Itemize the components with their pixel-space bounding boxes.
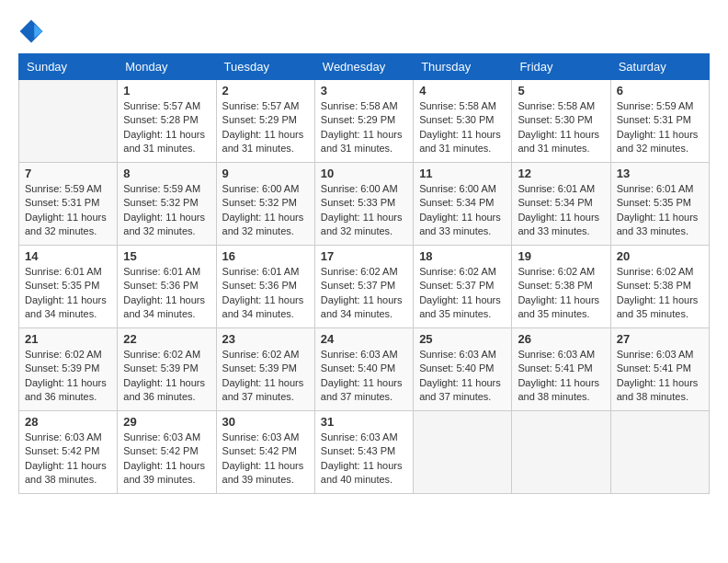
calendar-table: SundayMondayTuesdayWednesdayThursdayFrid… — [18, 53, 710, 494]
sunset-label: Sunset: 5:37 PM — [321, 280, 395, 291]
calendar-day-cell — [19, 80, 118, 163]
daylight-label: Daylight: 11 hours and 32 minutes. — [321, 212, 403, 236]
calendar-day-cell: 28 Sunrise: 6:03 AM Sunset: 5:42 PM Dayl… — [19, 411, 118, 494]
calendar-day-cell: 12 Sunrise: 6:01 AM Sunset: 5:34 PM Dayl… — [512, 163, 610, 246]
sunset-label: Sunset: 5:29 PM — [321, 114, 395, 125]
day-info: Sunrise: 6:02 AM Sunset: 5:39 PM Dayligh… — [222, 348, 309, 405]
sunrise-label: Sunrise: 6:02 AM — [617, 266, 694, 277]
day-info: Sunrise: 6:02 AM Sunset: 5:39 PM Dayligh… — [123, 348, 210, 405]
calendar-day-cell: 10 Sunrise: 6:00 AM Sunset: 5:33 PM Dayl… — [314, 163, 413, 246]
day-number: 10 — [321, 167, 407, 180]
day-number: 6 — [617, 84, 703, 98]
calendar-day-cell: 9 Sunrise: 6:00 AM Sunset: 5:32 PM Dayli… — [216, 163, 314, 246]
daylight-label: Daylight: 11 hours and 37 minutes. — [419, 377, 501, 402]
calendar-week-row: 28 Sunrise: 6:03 AM Sunset: 5:42 PM Dayl… — [19, 411, 710, 494]
sunset-label: Sunset: 5:32 PM — [222, 197, 297, 208]
calendar-day-cell — [610, 411, 709, 494]
sunrise-label: Sunrise: 6:02 AM — [321, 266, 398, 277]
sunset-label: Sunset: 5:41 PM — [518, 362, 592, 373]
sunrise-label: Sunrise: 6:03 AM — [123, 431, 200, 442]
sunset-label: Sunset: 5:42 PM — [25, 445, 99, 456]
day-number: 16 — [222, 249, 309, 263]
daylight-label: Daylight: 11 hours and 32 minutes. — [123, 212, 205, 236]
day-info: Sunrise: 5:58 AM Sunset: 5:30 PM Dayligh… — [518, 99, 604, 156]
sunrise-label: Sunrise: 6:00 AM — [222, 183, 300, 194]
daylight-label: Daylight: 11 hours and 31 minutes. — [123, 129, 205, 154]
daylight-label: Daylight: 11 hours and 31 minutes. — [222, 129, 304, 154]
sunset-label: Sunset: 5:30 PM — [419, 114, 494, 125]
day-info: Sunrise: 5:58 AM Sunset: 5:29 PM Dayligh… — [321, 99, 407, 156]
day-info: Sunrise: 6:00 AM Sunset: 5:33 PM Dayligh… — [321, 182, 407, 239]
calendar-day-cell: 22 Sunrise: 6:02 AM Sunset: 5:39 PM Dayl… — [118, 328, 216, 411]
day-number: 17 — [321, 249, 407, 263]
daylight-label: Daylight: 11 hours and 34 minutes. — [25, 294, 107, 319]
weekday-header: Wednesday — [314, 54, 413, 80]
calendar-day-cell: 1 Sunrise: 5:57 AM Sunset: 5:28 PM Dayli… — [118, 80, 216, 163]
daylight-label: Daylight: 11 hours and 40 minutes. — [321, 460, 403, 485]
sunrise-label: Sunrise: 6:01 AM — [518, 183, 595, 194]
day-number: 13 — [617, 167, 703, 180]
calendar-day-cell: 27 Sunrise: 6:03 AM Sunset: 5:41 PM Dayl… — [610, 328, 709, 411]
daylight-label: Daylight: 11 hours and 31 minutes. — [419, 129, 501, 154]
daylight-label: Daylight: 11 hours and 31 minutes. — [321, 129, 403, 154]
sunrise-label: Sunrise: 6:03 AM — [25, 431, 102, 442]
sunset-label: Sunset: 5:36 PM — [222, 280, 297, 291]
svg-marker-2 — [28, 24, 34, 39]
calendar-day-cell: 16 Sunrise: 6:01 AM Sunset: 5:36 PM Dayl… — [216, 246, 314, 328]
sunset-label: Sunset: 5:38 PM — [518, 280, 592, 291]
daylight-label: Daylight: 11 hours and 34 minutes. — [222, 294, 304, 319]
calendar-day-cell: 25 Sunrise: 6:03 AM Sunset: 5:40 PM Dayl… — [414, 328, 512, 411]
day-number: 2 — [222, 84, 309, 98]
day-info: Sunrise: 5:59 AM Sunset: 5:32 PM Dayligh… — [123, 182, 210, 239]
calendar-day-cell: 26 Sunrise: 6:03 AM Sunset: 5:41 PM Dayl… — [512, 328, 610, 411]
sunset-label: Sunset: 5:36 PM — [123, 280, 198, 291]
day-number: 20 — [617, 249, 703, 263]
daylight-label: Daylight: 11 hours and 38 minutes. — [518, 377, 599, 402]
daylight-label: Daylight: 11 hours and 38 minutes. — [25, 460, 107, 485]
weekday-header: Sunday — [19, 54, 118, 80]
daylight-label: Daylight: 11 hours and 35 minutes. — [518, 294, 599, 319]
day-number: 22 — [123, 332, 210, 346]
day-info: Sunrise: 6:03 AM Sunset: 5:41 PM Dayligh… — [518, 348, 604, 405]
day-info: Sunrise: 6:02 AM Sunset: 5:37 PM Dayligh… — [321, 265, 407, 322]
calendar-day-cell: 2 Sunrise: 5:57 AM Sunset: 5:29 PM Dayli… — [216, 80, 314, 163]
sunset-label: Sunset: 5:35 PM — [25, 280, 99, 291]
day-info: Sunrise: 5:57 AM Sunset: 5:29 PM Dayligh… — [222, 99, 309, 156]
day-info: Sunrise: 6:03 AM Sunset: 5:40 PM Dayligh… — [321, 348, 407, 405]
sunset-label: Sunset: 5:39 PM — [123, 362, 198, 373]
day-number: 25 — [419, 332, 506, 346]
calendar-day-cell: 19 Sunrise: 6:02 AM Sunset: 5:38 PM Dayl… — [512, 246, 610, 328]
sunset-label: Sunset: 5:32 PM — [123, 197, 198, 208]
day-number: 19 — [518, 249, 604, 263]
sunrise-label: Sunrise: 5:59 AM — [25, 183, 102, 194]
sunset-label: Sunset: 5:34 PM — [518, 197, 592, 208]
sunset-label: Sunset: 5:28 PM — [123, 114, 198, 125]
sunset-label: Sunset: 5:39 PM — [222, 362, 297, 373]
logo — [18, 18, 48, 44]
sunrise-label: Sunrise: 5:58 AM — [321, 100, 398, 111]
sunrise-label: Sunrise: 6:03 AM — [617, 349, 694, 360]
calendar-day-cell: 30 Sunrise: 6:03 AM Sunset: 5:42 PM Dayl… — [216, 411, 314, 494]
sunrise-label: Sunrise: 6:00 AM — [419, 183, 496, 194]
calendar-day-cell: 14 Sunrise: 6:01 AM Sunset: 5:35 PM Dayl… — [19, 246, 118, 328]
day-number: 18 — [419, 249, 506, 263]
calendar-week-row: 21 Sunrise: 6:02 AM Sunset: 5:39 PM Dayl… — [19, 328, 710, 411]
day-info: Sunrise: 6:00 AM Sunset: 5:34 PM Dayligh… — [419, 182, 506, 239]
calendar-day-cell: 17 Sunrise: 6:02 AM Sunset: 5:37 PM Dayl… — [314, 246, 413, 328]
daylight-label: Daylight: 11 hours and 36 minutes. — [123, 377, 205, 402]
daylight-label: Daylight: 11 hours and 34 minutes. — [123, 294, 205, 319]
sunrise-label: Sunrise: 6:02 AM — [518, 266, 595, 277]
day-info: Sunrise: 5:59 AM Sunset: 5:31 PM Dayligh… — [25, 182, 111, 239]
sunset-label: Sunset: 5:41 PM — [617, 362, 691, 373]
calendar-day-cell: 4 Sunrise: 5:58 AM Sunset: 5:30 PM Dayli… — [414, 80, 512, 163]
weekday-header: Friday — [512, 54, 610, 80]
weekday-header: Thursday — [414, 54, 512, 80]
sunset-label: Sunset: 5:40 PM — [419, 362, 494, 373]
day-info: Sunrise: 6:03 AM Sunset: 5:42 PM Dayligh… — [222, 431, 309, 488]
sunrise-label: Sunrise: 6:02 AM — [123, 349, 200, 360]
day-number: 7 — [25, 167, 111, 180]
day-number: 9 — [222, 167, 309, 180]
day-number: 15 — [123, 249, 210, 263]
calendar-day-cell: 24 Sunrise: 6:03 AM Sunset: 5:40 PM Dayl… — [314, 328, 413, 411]
sunset-label: Sunset: 5:43 PM — [321, 445, 395, 456]
